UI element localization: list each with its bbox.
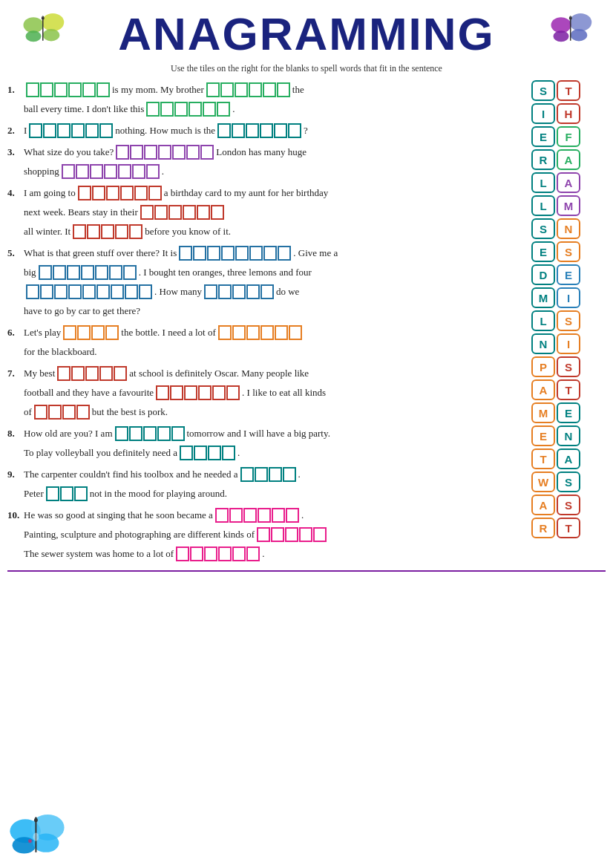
q4-text1: I am going to — [24, 185, 76, 201]
q1-line1: 1. is my mom. My brother — [7, 80, 528, 99]
box — [194, 446, 207, 460]
q7-line3: of but the best is pork. — [7, 402, 528, 422]
box — [87, 224, 100, 239]
question-7: 7. My best at school is definitely Oscar… — [7, 364, 528, 422]
box — [115, 426, 128, 441]
q3-num: 3. — [7, 144, 21, 160]
q7-text6: but the best is pork. — [92, 404, 168, 420]
q1-boxes2 — [206, 82, 290, 97]
tile-F: F — [557, 126, 580, 147]
q10-boxes1 — [215, 508, 299, 523]
question-6: 6. Let's play the bottle. I need a lot o… — [7, 323, 528, 362]
q7-num: 7. — [7, 365, 21, 382]
svg-point-11 — [569, 17, 572, 20]
box — [85, 366, 99, 381]
q9-num: 9. — [7, 466, 21, 483]
tile-S: S — [531, 80, 555, 101]
box — [263, 82, 276, 97]
q8-num: 8. — [7, 425, 21, 442]
butterfly-left-icon — [22, 7, 67, 48]
tile-P: P — [531, 356, 555, 377]
q5-line3: . How many do we — [7, 282, 528, 301]
tile-A5: A — [557, 448, 580, 469]
tile-N3: N — [557, 425, 580, 446]
box — [235, 246, 249, 261]
q9-boxes2 — [46, 486, 88, 501]
box — [54, 284, 68, 299]
box — [272, 508, 285, 523]
tile-S6: S — [557, 471, 580, 492]
q5-boxes1 — [179, 246, 291, 261]
box — [90, 164, 103, 179]
box — [146, 164, 160, 179]
q4-text2: a birthday card to my aunt for her birth… — [164, 185, 329, 201]
box — [206, 82, 220, 97]
q7-line1: 7. My best at school is definitely Oscar… — [7, 364, 528, 383]
q1-boxes1 — [26, 82, 110, 97]
q3-line2: shopping . — [7, 162, 528, 181]
q7-boxes1 — [57, 366, 127, 381]
box — [158, 145, 171, 160]
tile-A: A — [531, 379, 555, 400]
box — [232, 325, 246, 340]
box — [144, 145, 157, 160]
tile-T3: T — [557, 379, 580, 400]
q10-text4: The sewer system was home to a lot of — [24, 546, 174, 562]
q8-line1: 8. How old are you? I am tomorrow and I … — [7, 424, 528, 443]
q4-line1: 4. I am going to a birthday card to my a… — [7, 183, 528, 203]
svg-point-5 — [42, 17, 45, 20]
box — [129, 224, 142, 239]
q10-text2: . — [301, 507, 304, 523]
box — [125, 284, 138, 299]
box — [226, 385, 240, 400]
q9-boxes1 — [240, 467, 296, 482]
box — [220, 82, 234, 97]
tile-S3: S — [557, 241, 580, 262]
box — [218, 284, 232, 299]
box — [139, 284, 152, 299]
box — [179, 246, 192, 261]
tile-A3: A — [557, 149, 580, 170]
tile-E3: E — [531, 425, 555, 446]
box — [184, 385, 197, 400]
box — [96, 284, 110, 299]
q7-line2: football and they have a favourite . I l… — [7, 383, 528, 402]
q4-boxes2 — [140, 205, 224, 220]
box — [91, 325, 105, 340]
box — [211, 205, 224, 220]
box — [40, 82, 53, 97]
box — [212, 385, 226, 400]
box — [71, 123, 85, 138]
box — [57, 123, 71, 138]
box — [115, 224, 128, 239]
box — [189, 102, 202, 117]
box — [208, 446, 221, 460]
q1-text4: . — [232, 101, 235, 117]
box — [255, 467, 268, 482]
svg-point-3 — [43, 29, 60, 42]
box — [143, 426, 157, 441]
q3-line1: 3. What size do you take? London has man… — [7, 143, 528, 162]
box — [313, 527, 327, 542]
box — [129, 426, 142, 441]
q6-boxes2 — [218, 325, 302, 340]
box — [180, 446, 193, 460]
svg-point-13 — [13, 837, 36, 853]
box — [160, 102, 174, 117]
box — [218, 325, 232, 340]
box — [271, 527, 284, 542]
q7-text5: of — [24, 404, 32, 420]
q6-text2: the bottle. I need a lot of — [121, 324, 215, 341]
q7-text1: My best — [24, 365, 55, 382]
box — [156, 385, 169, 400]
box — [232, 546, 246, 561]
box — [85, 123, 99, 138]
box — [200, 145, 214, 160]
box — [29, 123, 42, 138]
q7-boxes2 — [156, 385, 240, 400]
q7-boxes3 — [34, 405, 90, 420]
q10-boxes3 — [176, 546, 260, 561]
question-4: 4. I am going to a birthday card to my a… — [7, 183, 528, 241]
box — [114, 366, 127, 381]
box — [229, 508, 243, 523]
